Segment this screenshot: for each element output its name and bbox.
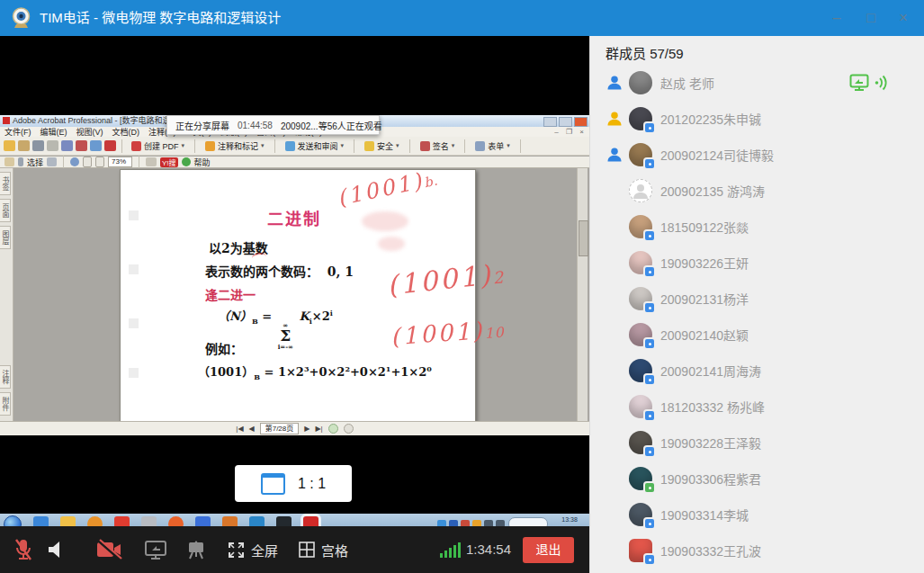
acrobat-toolbar-button[interactable]: 签名▾ [417, 139, 459, 153]
online-badge [645, 483, 654, 492]
fullscreen-icon [228, 542, 245, 559]
avatar [629, 251, 652, 274]
presence-spacer [606, 506, 623, 524]
member-name: 200902141周海涛 [660, 362, 761, 380]
help-label[interactable]: 帮助 [194, 157, 211, 168]
maximize-button[interactable]: □ [854, 0, 888, 36]
acrobat-page-nav: |◀ ◀ 第7/28页 ▶ ▶| [0, 421, 589, 435]
speaker-icon [47, 540, 65, 560]
search-icon[interactable] [90, 140, 102, 151]
member-row[interactable]: 190903228王泽毅 [590, 425, 924, 461]
presence-spacer [606, 398, 623, 416]
zoom-out-icon[interactable] [70, 157, 79, 166]
toolbar-button-icon [364, 141, 374, 151]
member-row[interactable]: 181509122张燚 [590, 209, 924, 245]
member-row[interactable]: 200902141周海涛 [590, 353, 924, 389]
page-fit-icon[interactable] [95, 157, 104, 167]
member-row[interactable]: 200902135 游鸿涛 [590, 173, 924, 209]
open-icon[interactable] [4, 140, 15, 151]
acrobat-menu-item[interactable]: 文档(D) [108, 128, 145, 137]
member-row[interactable]: 赵成 老师 [590, 65, 924, 101]
next-page-button[interactable]: ▶ [304, 425, 309, 433]
avatar [629, 503, 652, 526]
print-icon[interactable] [32, 140, 44, 151]
close-button[interactable]: × [886, 0, 920, 36]
spellcheck-icon[interactable] [76, 140, 87, 151]
prev-view-button[interactable] [328, 424, 338, 434]
slide-line-3: 逢二进一 [205, 285, 256, 303]
handwriting-annotation-3: (1001)10 [390, 316, 505, 351]
acrobat-scrollbar[interactable] [577, 168, 588, 421]
presence-spacer [606, 362, 623, 380]
save-icon[interactable] [18, 140, 30, 151]
grid-view-button[interactable]: 宫格 [299, 526, 348, 573]
snapshot-icon[interactable] [47, 157, 57, 166]
select-label[interactable]: 选择 [27, 157, 43, 168]
fullscreen-button[interactable]: 全屏 [228, 526, 278, 573]
acrobat-panel-tab[interactable]: 附件 [0, 392, 11, 416]
zoom-level-field[interactable]: 73% [108, 157, 132, 167]
acrobat-toolbar-button[interactable]: 表单▾ [471, 139, 514, 153]
help-icon[interactable] [182, 157, 191, 166]
member-name: 190903314李城 [660, 506, 749, 524]
member-row[interactable]: 190903332王孔波 [590, 533, 924, 569]
acrobat-toolbar-button[interactable]: 注释和标记▾ [202, 139, 268, 153]
shared-screen-stage: Adobe Acrobat Professional - [数字电路和逻辑设计_… [0, 36, 589, 573]
ratio-1-1-button[interactable]: 1 : 1 [235, 465, 352, 502]
mute-mic-button[interactable] [13, 526, 34, 573]
hand-tool-icon[interactable] [4, 157, 14, 166]
acrobat-panel-tab[interactable]: 书签 [0, 172, 11, 195]
pdf-page: 二进制 以2为基数 表示数的两个数码： 0, 1 逢二进一 （N）B = ∞Σi… [120, 169, 476, 421]
grid-icon [299, 542, 315, 558]
member-row[interactable]: 200902140赵颖 [590, 317, 924, 353]
last-page-button[interactable]: ▶| [315, 425, 322, 433]
member-row[interactable]: 190903306程紫君 [590, 461, 924, 497]
member-row[interactable]: 200902131杨洋 [590, 281, 924, 317]
flag-icon[interactable] [104, 140, 116, 151]
rotate-icon[interactable] [146, 157, 157, 166]
acrobat-toolbar-button[interactable]: 发送和审阅▾ [282, 139, 348, 153]
acrobat-toolbar-button[interactable]: 安全▾ [361, 139, 403, 153]
acrobat-panel-tab[interactable]: 图层 [0, 226, 11, 249]
screen-share-button[interactable] [144, 526, 167, 573]
acrobat-panel-tab[interactable]: 页面 [0, 199, 11, 222]
member-name: 赵成 老师 [660, 74, 714, 92]
yahoo-toolbar-button[interactable]: Y!搜 [160, 157, 178, 167]
slide-title: 二进制 [267, 206, 321, 229]
grid-label: 宫格 [321, 541, 348, 560]
page-actual-icon[interactable] [83, 157, 92, 167]
acrobat-menu-item[interactable]: 文件(F) [0, 128, 36, 137]
prev-page-button[interactable]: ◀ [249, 425, 255, 433]
member-row[interactable]: 201202235朱申铖 [590, 101, 924, 137]
member-row[interactable]: 200902124司徒博毅 [590, 137, 924, 173]
acrobat-menu-item[interactable]: 编辑(E) [36, 128, 72, 137]
first-page-button[interactable]: |◀ [236, 425, 243, 433]
title-bar: TIM电话 - 微电物理 数字电路和逻辑设计 – □ × [0, 0, 924, 36]
online-badge [645, 447, 654, 456]
member-row[interactable]: 190903226王妍 [590, 245, 924, 281]
acrobat-panel-tab[interactable]: 注释 [0, 365, 11, 389]
acrobat-doc-controls[interactable]: – ❐ × [554, 127, 587, 137]
avatar [629, 539, 652, 562]
exit-button[interactable]: 退出 [523, 537, 574, 563]
online-badge [645, 555, 654, 564]
member-count-header: 群成员 57/59 [606, 43, 684, 62]
email-icon[interactable] [47, 140, 58, 151]
next-view-button[interactable] [344, 424, 354, 434]
acrobat-toolbar-button[interactable]: 创建 PDF▾ [128, 139, 188, 153]
member-row[interactable]: 190903314李城 [590, 497, 924, 533]
member-row[interactable]: 181203332 杨兆峰 [590, 389, 924, 425]
whiteboard-button[interactable] [185, 526, 207, 573]
acrobat-app-icon [3, 117, 10, 124]
camera-off-button[interactable] [95, 526, 122, 573]
select-tool-icon[interactable] [18, 157, 23, 166]
acrobat-menu-item[interactable]: 视图(V) [72, 128, 108, 137]
page-indicator[interactable]: 第7/28页 [260, 423, 300, 434]
attach-icon[interactable] [61, 140, 73, 151]
teacher-status-icons [849, 74, 887, 92]
avatar [629, 323, 652, 346]
speaker-button[interactable] [47, 526, 65, 573]
avatar [629, 179, 652, 202]
minimize-button[interactable]: – [820, 0, 854, 36]
acrobat-window-buttons[interactable] [543, 117, 588, 127]
